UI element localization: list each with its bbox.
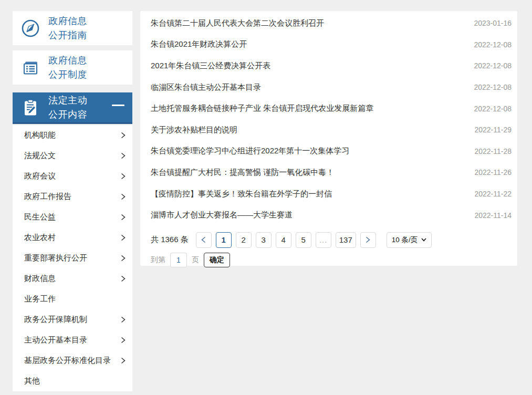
sidebar-item-org-functions[interactable]: 机构职能	[13, 125, 132, 145]
menu-item-label: 基层政务公开标准化目录	[24, 356, 111, 366]
article-row[interactable]: 土地托管服务耦合链接种子产业 朱台镇开启现代农业发展新篇章 2022-12-08	[140, 98, 517, 119]
chevron-down-icon	[421, 238, 426, 242]
chevron-left-icon	[201, 236, 206, 243]
chevron-right-icon	[366, 236, 370, 243]
quick-link-label: 政府信息 公开指南	[48, 14, 87, 43]
article-row[interactable]: 朱台镇2021年财政决算公开 2022-12-08	[140, 34, 517, 56]
article-title[interactable]: 2021年朱台镇三公经费决算公开表	[151, 61, 270, 71]
article-date: 2022-11-28	[474, 147, 512, 155]
menu-item-label: 政务公开保障机制	[24, 315, 87, 325]
goto-suffix-label: 页	[192, 255, 199, 265]
article-row[interactable]: 朱台镇党委理论学习中心组进行2022年第十一次集体学习 2022-11-28	[140, 141, 517, 162]
page-size-value: 10 条/页	[392, 235, 418, 245]
chevron-right-icon	[121, 132, 126, 139]
article-row[interactable]: 关于涉农补贴栏目的说明 2022-11-29	[140, 119, 517, 141]
goto-page: 到第 页 确定	[151, 253, 517, 267]
sidebar-item-government-meetings[interactable]: 政府会议	[13, 166, 132, 186]
sidebar-item-statutory-disclosure[interactable]: 法定主动 公开内容	[13, 92, 132, 124]
page-ellipsis-button[interactable]: ...	[316, 232, 331, 248]
page-button-3[interactable]: 3	[256, 232, 272, 248]
article-list: 朱台镇第二十届人民代表大会第二次会议胜利召开 2023-01-16 朱台镇202…	[140, 13, 517, 226]
article-row[interactable]: 朱台镇第二十届人民代表大会第二次会议胜利召开 2023-01-16	[140, 13, 517, 34]
menu-item-label: 主动公开基本目录	[24, 335, 87, 345]
pagination: 共 1366 条 1 2 3 4 5 ... 137 10 条/页	[151, 232, 517, 248]
sidebar-item-grassroots-standardized-catalog[interactable]: 基层政务公开标准化目录	[13, 350, 132, 371]
chevron-right-icon	[121, 357, 126, 364]
article-title[interactable]: 朱台镇第二十届人民代表大会第二次会议胜利召开	[151, 18, 324, 28]
menu-item-label: 法规公文	[24, 151, 56, 161]
menu-item-label: 财政信息	[24, 274, 56, 284]
prev-page-button[interactable]	[196, 232, 212, 248]
sidebar-item-fiscal-information[interactable]: 财政信息	[13, 268, 132, 289]
article-row[interactable]: 2021年朱台镇三公经费决算公开表 2022-12-08	[140, 55, 517, 77]
menu-item-label: 农业农村	[24, 233, 56, 243]
sidebar-item-government-work-report[interactable]: 政府工作报告	[13, 186, 132, 207]
page-button-5[interactable]: 5	[296, 232, 311, 248]
page-button-2[interactable]: 2	[236, 232, 252, 248]
article-title[interactable]: 土地托管服务耦合链接种子产业 朱台镇开启现代农业发展新篇章	[151, 103, 373, 113]
quick-link-label: 政府信息 公开制度	[48, 54, 87, 82]
clipboard-pen-icon	[19, 96, 42, 119]
chevron-right-icon	[121, 275, 126, 282]
article-row[interactable]: 淄博市人才创业大赛报名——大学生赛道 2022-11-14	[140, 204, 517, 226]
article-date: 2022-11-26	[474, 168, 512, 176]
sidebar-item-regulations-documents[interactable]: 法规公文	[13, 145, 132, 166]
article-date: 2023-01-16	[474, 19, 512, 27]
goto-prefix-label: 到第	[151, 255, 165, 265]
sidebar-item-disclosure-guarantee-mechanism[interactable]: 政务公开保障机制	[13, 309, 132, 330]
article-row[interactable]: 临淄区朱台镇主动公开基本目录 2022-12-08	[140, 77, 517, 98]
article-date: 2022-12-08	[474, 40, 512, 49]
menu-item-label: 业务工作	[24, 294, 56, 304]
menu-item-label: 机构职能	[24, 130, 56, 140]
article-date: 2022-12-08	[474, 105, 512, 113]
sidebar-item-livelihood-welfare[interactable]: 民生公益	[13, 207, 132, 227]
chevron-right-icon	[121, 337, 126, 344]
article-list-panel: 朱台镇第二十届人民代表大会第二次会议胜利召开 2023-01-16 朱台镇202…	[140, 11, 517, 266]
article-title[interactable]: 朱台镇2021年财政决算公开	[151, 39, 247, 49]
article-title[interactable]: 临淄区朱台镇主动公开基本目录	[151, 82, 261, 92]
sidebar-item-key-deployment-disclosure[interactable]: 重要部署执行公开	[13, 248, 132, 268]
article-title[interactable]: 朱台镇党委理论学习中心组进行2022年第十一次集体学习	[151, 146, 349, 156]
collapse-minus-icon[interactable]	[112, 105, 124, 106]
menu-item-label: 重要部署执行公开	[24, 253, 87, 263]
sidebar-item-proactive-disclosure-catalog[interactable]: 主动公开基本目录	[13, 330, 132, 350]
article-title[interactable]: 【疫情防控】事关返乡！致朱台籍在外学子的一封信	[151, 189, 332, 199]
sidebar-item-disclosure-guide[interactable]: 政府信息 公开指南	[13, 11, 132, 45]
article-date: 2022-11-14	[474, 211, 512, 220]
article-date: 2022-11-29	[474, 126, 512, 134]
article-row[interactable]: 【疫情防控】事关返乡！致朱台籍在外学子的一封信 2022-11-22	[140, 183, 517, 205]
chevron-right-icon	[121, 214, 126, 221]
article-date: 2022-12-08	[474, 83, 512, 91]
sidebar-item-other[interactable]: 其他	[13, 371, 132, 391]
article-title[interactable]: 淄博市人才创业大赛报名——大学生赛道	[151, 210, 293, 220]
sidebar-item-business-work[interactable]: 业务工作	[13, 289, 132, 309]
chevron-right-icon	[121, 316, 126, 323]
confirm-button[interactable]: 确定	[204, 253, 230, 267]
chevron-right-icon	[121, 255, 126, 262]
sidebar-item-agriculture-rural[interactable]: 农业农村	[13, 227, 132, 248]
total-count: 共 1366 条	[151, 235, 189, 245]
article-date: 2022-12-08	[474, 61, 512, 70]
compass-icon	[19, 17, 42, 40]
chevron-right-icon	[121, 234, 126, 241]
page-button-137[interactable]: 137	[336, 232, 356, 248]
goto-page-input[interactable]	[170, 253, 187, 267]
article-row[interactable]: 朱台镇提醒广大村民：提高警惕 谨防一氧化碳中毒！ 2022-11-26	[140, 162, 517, 183]
menu-item-label: 政府工作报告	[24, 192, 71, 202]
chevron-right-icon	[121, 152, 126, 159]
quick-link-label: 法定主动 公开内容	[48, 93, 87, 122]
page: 政府信息 公开指南 政府信息 公开制度	[0, 0, 532, 395]
article-date: 2022-11-22	[474, 190, 512, 198]
next-page-button[interactable]	[360, 232, 376, 248]
chevron-right-icon	[121, 193, 126, 200]
page-size-select[interactable]: 10 条/页	[387, 232, 432, 248]
sidebar-menu: 机构职能 法规公文 政府会议 政府工作报告 民生公益 农业农村	[13, 125, 132, 391]
menu-item-label: 政府会议	[24, 171, 56, 181]
article-title[interactable]: 关于涉农补贴栏目的说明	[151, 125, 237, 135]
sidebar: 政府信息 公开指南 政府信息 公开制度	[13, 11, 132, 391]
article-title[interactable]: 朱台镇提醒广大村民：提高警惕 谨防一氧化碳中毒！	[151, 168, 334, 178]
menu-item-label: 其他	[24, 376, 40, 386]
page-button-4[interactable]: 4	[276, 232, 291, 248]
page-button-1[interactable]: 1	[216, 232, 232, 248]
sidebar-item-disclosure-system[interactable]: 政府信息 公开制度	[13, 50, 132, 85]
